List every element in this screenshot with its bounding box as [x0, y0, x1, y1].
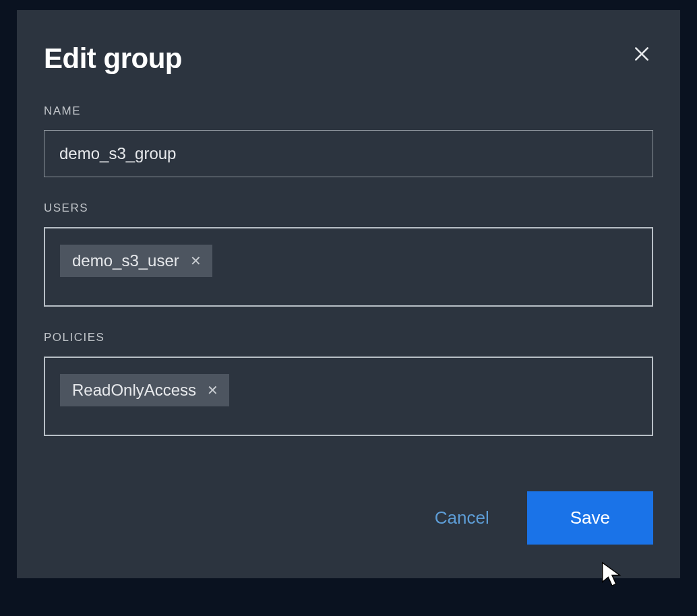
cancel-button[interactable]: Cancel	[427, 502, 497, 534]
modal-footer: Cancel Save	[44, 491, 653, 545]
remove-icon: ✕	[207, 383, 218, 397]
remove-policy-button[interactable]: ✕	[206, 383, 220, 397]
users-label: USERS	[44, 202, 653, 215]
name-label: NAME	[44, 104, 653, 118]
name-field-group: NAME	[44, 104, 653, 177]
remove-icon: ✕	[190, 254, 202, 268]
save-button[interactable]: Save	[527, 491, 653, 545]
users-field-group: USERS demo_s3_user ✕	[44, 202, 653, 307]
users-tag-input[interactable]: demo_s3_user ✕	[44, 227, 653, 307]
policy-chip: ReadOnlyAccess ✕	[60, 374, 229, 406]
remove-user-button[interactable]: ✕	[189, 254, 203, 268]
name-input[interactable]	[44, 130, 653, 177]
close-button[interactable]	[630, 42, 653, 67]
policies-label: POLICIES	[44, 331, 653, 344]
policy-chip-label: ReadOnlyAccess	[72, 381, 196, 400]
user-chip: demo_s3_user ✕	[60, 245, 212, 277]
modal-header: Edit group	[44, 42, 653, 75]
close-icon	[633, 45, 650, 65]
modal-title: Edit group	[44, 42, 182, 75]
policies-field-group: POLICIES ReadOnlyAccess ✕	[44, 331, 653, 436]
user-chip-label: demo_s3_user	[72, 251, 179, 270]
edit-group-modal: Edit group NAME USERS demo_s3_user ✕ P	[17, 10, 680, 578]
policies-tag-input[interactable]: ReadOnlyAccess ✕	[44, 357, 653, 436]
